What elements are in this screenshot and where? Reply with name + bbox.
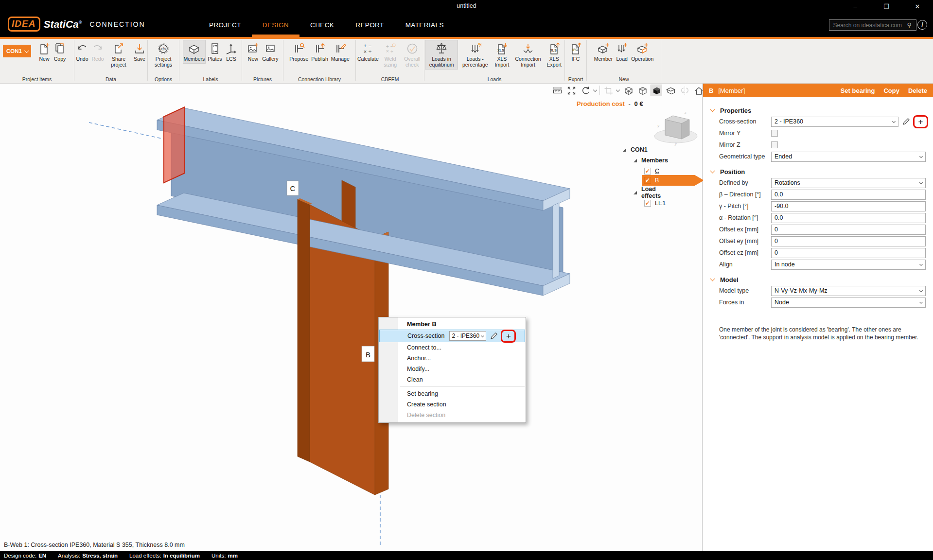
model-viewport[interactable]: C B Production cost - 0 € x y z CON1 Mem… — [0, 84, 703, 551]
tab-project[interactable]: PROJECT — [198, 13, 252, 37]
ribbon-item-new[interactable]: New — [246, 40, 260, 64]
chevron-down-icon[interactable] — [616, 88, 620, 92]
model-end-plate-highlighted[interactable] — [164, 107, 185, 183]
minimize-icon[interactable]: – — [840, 0, 871, 13]
ribbon-item-member[interactable]: Member — [593, 40, 614, 64]
tree-expander-icon[interactable] — [623, 148, 626, 152]
tree-item-le1[interactable]: ✓LE1 — [644, 198, 666, 208]
tab-report[interactable]: REPORT — [345, 13, 394, 37]
panel-action-delete[interactable]: Delete — [908, 87, 927, 94]
ribbon-item-copy[interactable]: Copy — [53, 40, 67, 64]
context-menu-item-modify-[interactable]: Modify... — [379, 364, 526, 374]
ribbon-item-plates[interactable]: Plates — [207, 40, 223, 64]
tab-check[interactable]: CHECK — [299, 13, 345, 37]
ribbon-group: Members Plates LCS Labels — [179, 39, 242, 84]
ribbon-item-new[interactable]: New — [37, 40, 52, 64]
panel-member-type: [Member] — [718, 87, 745, 94]
member-label-column[interactable]: B — [362, 346, 374, 362]
select-forces-in[interactable]: Node — [771, 298, 926, 308]
select-geometrical-type[interactable]: Ended — [771, 152, 926, 162]
section-header-position[interactable]: Position — [710, 166, 926, 177]
ribbon-item-propose[interactable]: Propose — [288, 40, 309, 64]
cube-solid-icon[interactable] — [651, 85, 662, 96]
ribbon-item-save[interactable]: Save — [132, 40, 147, 70]
box-view-icon[interactable] — [665, 85, 676, 96]
section-header-model[interactable]: Model — [710, 274, 926, 285]
ribbon-item-xls-export[interactable]: XLS XLS Export — [545, 40, 564, 70]
checkbox-mirror-y[interactable] — [771, 130, 778, 137]
add-cross-section-button[interactable]: + — [506, 332, 511, 340]
cube-wireframe-icon[interactable] — [622, 85, 634, 96]
context-menu-item-anchor-[interactable]: Anchor... — [379, 353, 526, 364]
ribbon-item-xls-import[interactable]: XLS XLS Import — [492, 40, 511, 70]
ribbon-item-operation[interactable]: Operation — [630, 40, 654, 64]
input-offset-ex-mm-[interactable]: 0 — [771, 225, 926, 235]
select-model-type[interactable]: N-Vy-Vz-Mx-My-Mz — [771, 286, 926, 296]
tree-checkbox[interactable]: ✓ — [644, 168, 651, 175]
cross-section-select[interactable]: 2 - IPE360 — [449, 331, 486, 341]
panel-action-copy[interactable]: Copy — [883, 87, 899, 94]
input--rotation-[interactable]: 0.0 — [771, 213, 926, 223]
svg-text:%: % — [478, 42, 481, 48]
tree-item-b[interactable]: ✓B — [644, 175, 659, 185]
tree-checkbox[interactable]: ✓ — [644, 177, 651, 184]
chevron-down-icon[interactable] — [593, 88, 597, 92]
model-column-near-flange[interactable] — [298, 199, 310, 462]
cube-shaded-icon[interactable] — [636, 85, 648, 96]
project-item-selector[interactable]: CON1 — [3, 45, 31, 57]
tree-item-load-effects[interactable]: Load effects — [634, 188, 661, 197]
tree-expander-icon[interactable] — [634, 159, 637, 162]
tree-expander-icon[interactable] — [634, 191, 637, 194]
maximize-icon[interactable]: ❐ — [871, 0, 902, 13]
info-icon[interactable]: i — [917, 20, 927, 30]
input-offset-ey-mm-[interactable]: 0 — [771, 236, 926, 246]
property-row: Align In node — [710, 259, 926, 270]
section-header-properties[interactable]: Properties — [710, 105, 926, 116]
measure-icon[interactable] — [551, 85, 563, 96]
ribbon-item-share-project[interactable]: Share project — [106, 40, 131, 70]
search-input[interactable] — [829, 19, 916, 31]
add-cross-section-button[interactable]: + — [918, 118, 923, 126]
tab-materials[interactable]: MATERIALS — [395, 13, 455, 37]
ribbon-item-load[interactable]: Load — [615, 40, 629, 64]
svg-text:y: y — [674, 141, 677, 146]
tree-item-con1[interactable]: CON1 — [623, 145, 648, 155]
ribbon-item-members[interactable]: Members — [183, 40, 206, 64]
ribbon-item-publish[interactable]: Publish — [310, 40, 329, 64]
ribbon-item-ifc[interactable]: IFC IFC — [568, 40, 583, 64]
input-offset-ez-mm-[interactable]: 0 — [771, 248, 926, 258]
input--pitch-[interactable]: -90.0 — [771, 201, 926, 211]
edit-cross-section-icon[interactable] — [902, 118, 910, 125]
ribbon-item-project-settings[interactable]: </> Project settings — [148, 40, 178, 70]
rotate-view-icon[interactable] — [580, 85, 591, 96]
tab-design[interactable]: DESIGN — [252, 13, 299, 37]
ribbon-item-manage[interactable]: Manage — [330, 40, 351, 64]
ribbon-item-calculate[interactable]: +−×÷ Calculate — [356, 40, 380, 70]
context-menu-cross-section-row[interactable]: Cross-section 2 - IPE360 + — [379, 330, 525, 342]
context-menu-item-set-bearing[interactable]: Set bearing — [379, 388, 526, 399]
input--direction-[interactable]: 0.0 — [771, 190, 926, 200]
tree-item-members[interactable]: Members — [634, 156, 668, 165]
ribbon-item-loads-percentage[interactable]: % Loads - percentage — [459, 40, 491, 70]
context-menu-item-connect-to-[interactable]: Connect to... — [379, 342, 526, 353]
panel-action-set-bearing[interactable]: Set bearing — [841, 87, 875, 94]
context-menu-item-clean[interactable]: Clean — [379, 374, 526, 385]
close-icon[interactable]: ✕ — [902, 0, 933, 13]
select-defined-by[interactable]: Rotations — [771, 178, 926, 188]
ribbon-item-undo[interactable]: Undo — [75, 40, 89, 70]
context-menu-item-create-section[interactable]: Create section — [379, 399, 526, 410]
tree-item-c[interactable]: ✓C — [644, 166, 659, 176]
checkbox-mirror-z[interactable] — [771, 141, 778, 148]
fit-view-icon[interactable] — [565, 85, 577, 96]
edit-cross-section-icon[interactable] — [490, 332, 498, 340]
ribbon-item-lcs[interactable]: LCS — [224, 40, 238, 64]
tree-checkbox[interactable]: ✓ — [644, 200, 651, 207]
ribbon-item-connection-import[interactable]: Connection Import — [513, 40, 544, 70]
property-row: α - Rotation [°] 0.0 — [710, 212, 926, 224]
select-align[interactable]: In node — [771, 260, 926, 270]
member-label-beam[interactable]: C — [287, 181, 299, 195]
select-cross-section[interactable]: 2 - IPE360 — [771, 117, 898, 127]
navigation-cube[interactable]: x y z — [651, 107, 701, 146]
ribbon-item-loads-in-equilibrium[interactable]: Loads in equilibrium — [425, 40, 458, 70]
ribbon-item-gallery[interactable]: Gallery — [261, 40, 279, 64]
